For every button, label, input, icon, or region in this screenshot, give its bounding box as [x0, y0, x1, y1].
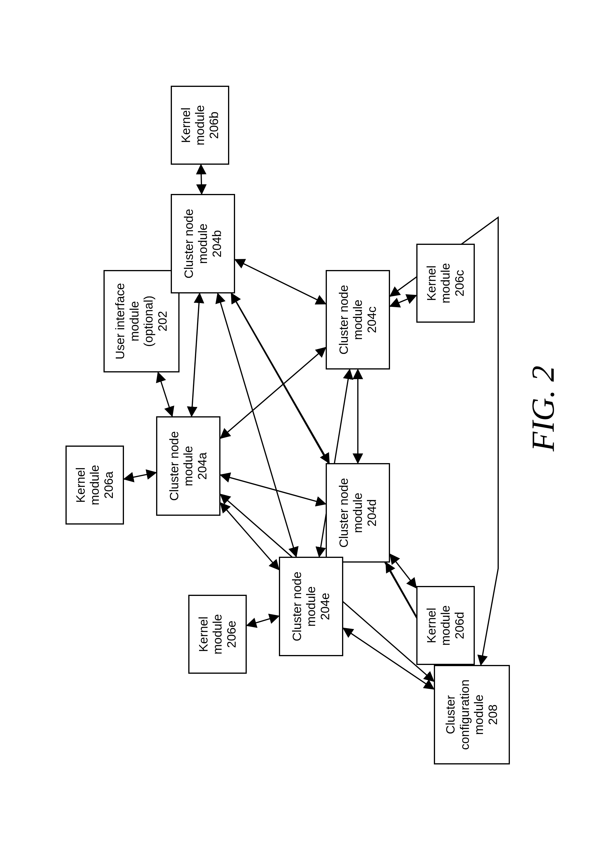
- box-text-line: Cluster: [443, 695, 458, 734]
- cluster-node-module-204c: Cluster nodemodule204c: [326, 270, 390, 369]
- connector-cn_a-ui: [158, 372, 172, 416]
- connector-cn_b-cn_e: [217, 293, 296, 557]
- box-text-line: module: [196, 223, 210, 264]
- connector-cn_c-k_c: [390, 295, 416, 306]
- cluster-node-module-204e: Cluster nodemodule204e: [279, 557, 343, 656]
- box-text-line: 206e: [224, 621, 239, 648]
- connector-cn_a-cn_b: [192, 293, 200, 416]
- box-text-line: 206b: [207, 112, 221, 139]
- box-text-line: Kernel: [73, 467, 87, 503]
- box-text-line: (optional): [141, 296, 155, 347]
- box-text-line: Kernel: [196, 616, 210, 652]
- box-text-line: 204b: [210, 230, 224, 257]
- box-text-line: 204c: [365, 306, 379, 333]
- box-text-line: module: [351, 493, 365, 533]
- box-text-line: 204d: [365, 499, 379, 526]
- box-text-line: 202: [155, 311, 170, 331]
- box-text-line: 208: [486, 704, 500, 725]
- connector-cn_e-k_e: [247, 616, 279, 625]
- box-text-line: module: [438, 263, 452, 303]
- box-text-line: Cluster node: [290, 571, 304, 641]
- box-text-line: 204a: [195, 452, 209, 479]
- connector-cn_a-cn_c: [220, 347, 326, 438]
- connector-cn_a-cn_e: [220, 503, 279, 570]
- box-text-line: 206a: [102, 471, 116, 498]
- box-text-line: Kernel: [424, 265, 438, 301]
- box-text-line: Cluster node: [336, 478, 351, 547]
- box-text-line: module: [181, 446, 195, 486]
- box-text-line: module: [351, 300, 365, 340]
- kernel-module-206c: Kernelmodule206c: [416, 244, 475, 323]
- box-text-line: Kernel: [179, 107, 193, 143]
- cluster-node-module-204b: Cluster nodemodule204b: [171, 194, 235, 293]
- box-text-line: module: [472, 694, 486, 735]
- user-interface-module: User interfacemodule(optional)202: [104, 270, 179, 372]
- box-text-line: 204e: [318, 593, 332, 620]
- box-text-line: User interface: [113, 283, 127, 359]
- kernel-module-206b: Kernelmodule206b: [171, 86, 229, 165]
- connector-cn_b-k_b: [201, 165, 201, 194]
- cluster-node-module-204a: Cluster nodemodule204a: [156, 416, 220, 516]
- cluster-node-module-204d: Cluster nodemodule204d: [326, 463, 390, 563]
- kernel-module-206e: Kernelmodule206e: [188, 595, 247, 674]
- box-text-line: module: [193, 105, 207, 146]
- connector-cn_a-k_a: [124, 472, 156, 479]
- box-text-line: module: [304, 586, 318, 626]
- box-text-line: module: [87, 465, 101, 505]
- figure-caption: FIG. 2: [525, 365, 562, 451]
- cluster-configuration-module-208: Clusterconfigurationmodule208: [434, 665, 510, 765]
- box-text-line: configuration: [458, 679, 472, 750]
- box-text-line: Cluster node: [167, 431, 181, 501]
- box-text-line: Cluster node: [182, 209, 196, 278]
- connector-cn_d-k_d: [390, 554, 416, 588]
- box-text-line: Kernel: [424, 607, 438, 643]
- kernel-module-206d: Kernelmodule206d: [416, 586, 475, 665]
- kernel-module-206a: Kernelmodule206a: [66, 446, 124, 525]
- connector-cn_b-cn_c: [235, 259, 326, 304]
- box-text-line: Cluster node: [336, 285, 351, 354]
- box-text-line: 206c: [453, 270, 466, 296]
- box-text-line: module: [438, 605, 452, 645]
- box-text-line: module: [127, 301, 141, 341]
- box-text-line: 206d: [453, 612, 466, 639]
- box-text-line: module: [210, 614, 224, 654]
